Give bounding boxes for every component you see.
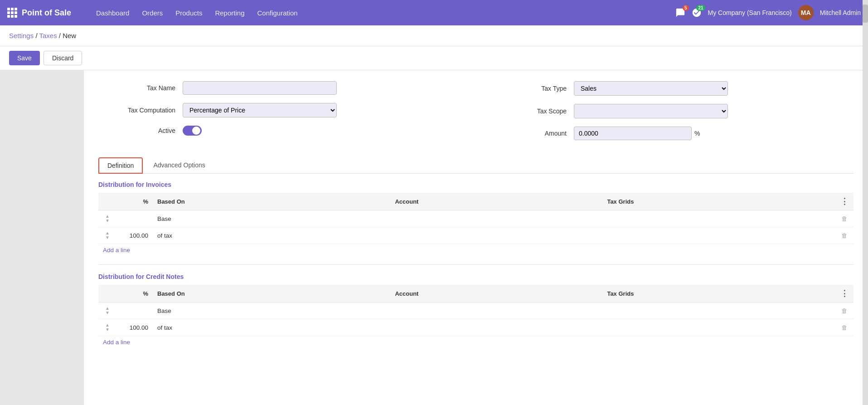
cn-tax-grids-cell-1 [602, 303, 835, 319]
cn-sort-arrows-icon-2: ▲▼ [103, 323, 112, 332]
table-row: ▲▼ 100.00 of tax 🗑 [98, 319, 853, 336]
pct-cell-1 [116, 210, 153, 227]
delete-cell-2[interactable]: 🗑 [835, 227, 853, 244]
tab-bar: Definition Advanced Options [98, 157, 853, 174]
cn-pct-cell-1 [116, 303, 153, 319]
invoices-col-action[interactable]: ⋮ [835, 193, 853, 210]
cn-delete-cell-1[interactable]: 🗑 [835, 303, 853, 319]
company-name: My Company (San Francisco) [708, 9, 792, 16]
breadcrumb-taxes[interactable]: Taxes [39, 32, 57, 39]
action-bar: Save Discard [0, 46, 868, 70]
tax-name-row: Tax Name [98, 81, 462, 95]
cn-three-dots-icon[interactable]: ⋮ [840, 289, 849, 298]
invoices-three-dots-icon[interactable]: ⋮ [840, 197, 849, 206]
avatar[interactable]: MA [798, 5, 814, 20]
tab-advanced-options[interactable]: Advanced Options [145, 157, 213, 174]
app-brand[interactable]: Point of Sale [7, 8, 80, 18]
breadcrumb-new: New [63, 32, 76, 39]
invoices-col-account: Account [390, 193, 602, 210]
delete-cell-1[interactable]: 🗑 [835, 210, 853, 227]
activity-notification[interactable]: 21 [692, 8, 702, 18]
cn-delete-icon-2[interactable]: 🗑 [841, 324, 848, 331]
tax-grids-cell-1 [602, 210, 835, 227]
tax-type-row: Tax Type Sales Purchase None [490, 81, 853, 96]
amount-label: Amount [490, 130, 567, 137]
table-row: ▲▼ 100.00 of tax 🗑 [98, 227, 853, 244]
tax-name-label: Tax Name [98, 84, 175, 92]
tax-computation-label: Tax Computation [98, 107, 175, 114]
tax-computation-select[interactable]: Fixed Percentage of Price Percentage of … [183, 103, 337, 117]
activity-badge: 21 [696, 5, 705, 11]
tax-name-input[interactable] [183, 81, 337, 95]
sort-cell-2[interactable]: ▲▼ [98, 227, 116, 244]
tax-grids-cell-2 [602, 227, 835, 244]
pct-symbol: % [694, 130, 700, 137]
chat-notification[interactable]: 5 [675, 8, 685, 18]
nav-menu: Dashboard Orders Products Reporting Conf… [91, 6, 664, 20]
invoices-col-tax-grids: Tax Grids [602, 193, 835, 210]
credit-notes-table-header: % Based On Account Tax Grids ⋮ [98, 285, 853, 303]
invoices-add-line[interactable]: Add a line [98, 244, 135, 256]
sort-arrows-icon-2: ▲▼ [103, 231, 112, 240]
delete-icon-2[interactable]: 🗑 [841, 232, 848, 239]
tax-computation-row: Tax Computation Fixed Percentage of Pric… [98, 103, 462, 117]
cn-tax-grids-cell-2 [602, 319, 835, 336]
invoices-table: % Based On Account Tax Grids ⋮ ▲▼ Base [98, 193, 853, 244]
invoices-col-pct: % [116, 193, 153, 210]
form-two-col: Tax Name Tax Computation Fixed Percentag… [98, 81, 853, 148]
nav-dashboard[interactable]: Dashboard [91, 6, 135, 20]
cn-account-cell-1 [390, 303, 602, 319]
scrollbar-thumb[interactable] [863, 5, 868, 23]
account-cell-2 [390, 227, 602, 244]
nav-orders[interactable]: Orders [136, 6, 168, 20]
cn-col-action[interactable]: ⋮ [835, 285, 853, 303]
pct-cell-2: 100.00 [116, 227, 153, 244]
active-row: Active [98, 126, 462, 136]
breadcrumb-settings[interactable]: Settings [9, 32, 34, 39]
cn-col-pct: % [116, 285, 153, 303]
toggle-track[interactable] [183, 126, 202, 136]
credit-notes-add-line[interactable]: Add a line [98, 336, 135, 348]
scrollbar-track[interactable] [863, 0, 868, 405]
sort-cell-1[interactable]: ▲▼ [98, 210, 116, 227]
sort-arrows-icon: ▲▼ [103, 214, 112, 223]
cn-sort-arrows-icon-1: ▲▼ [103, 306, 112, 315]
nav-configuration[interactable]: Configuration [252, 6, 303, 20]
cn-sort-cell-1[interactable]: ▲▼ [98, 303, 116, 319]
avatar-initials: MA [801, 9, 811, 16]
nav-products[interactable]: Products [170, 6, 208, 20]
invoices-section-title: Distribution for Invoices [98, 181, 853, 188]
tax-scope-select[interactable]: Services Goods [574, 104, 728, 118]
cn-pct-cell-2: 100.00 [116, 319, 153, 336]
amount-wrap: 0.0000 % [574, 127, 700, 140]
cn-sort-cell-2[interactable]: ▲▼ [98, 319, 116, 336]
save-button[interactable]: Save [9, 51, 40, 65]
top-navigation: Point of Sale Dashboard Orders Products … [0, 0, 868, 25]
tax-scope-row: Tax Scope Services Goods [490, 104, 853, 118]
delete-icon-1[interactable]: 🗑 [841, 215, 848, 222]
nav-reporting[interactable]: Reporting [209, 6, 250, 20]
breadcrumb: Settings / Taxes / New [0, 25, 868, 46]
tax-type-label: Tax Type [490, 85, 567, 92]
cn-based-on-cell-1: Base [153, 303, 390, 319]
active-toggle[interactable] [183, 126, 202, 136]
tax-type-select[interactable]: Sales Purchase None [574, 81, 728, 96]
cn-delete-icon-1[interactable]: 🗑 [841, 307, 848, 314]
cn-col-account: Account [390, 285, 602, 303]
tab-definition[interactable]: Definition [98, 157, 143, 174]
amount-input[interactable]: 0.0000 [574, 127, 692, 140]
amount-row: Amount 0.0000 % [490, 127, 853, 140]
cn-col-based-on: Based On [153, 285, 390, 303]
sidebar-left [0, 70, 84, 405]
form-area: Tax Name Tax Computation Fixed Percentag… [84, 70, 868, 405]
cn-delete-cell-2[interactable]: 🗑 [835, 319, 853, 336]
app-name: Point of Sale [22, 8, 71, 18]
topnav-right: 5 21 My Company (San Francisco) MA Mitch… [675, 5, 861, 20]
credit-notes-table: % Based On Account Tax Grids ⋮ ▲▼ Base [98, 285, 853, 336]
cn-based-on-cell-2: of tax [153, 319, 390, 336]
table-row: ▲▼ Base 🗑 [98, 210, 853, 227]
invoices-col-sort [98, 193, 116, 210]
discard-button[interactable]: Discard [44, 51, 82, 65]
chat-badge: 5 [683, 5, 689, 11]
user-name: Mitchell Admin [820, 9, 861, 16]
